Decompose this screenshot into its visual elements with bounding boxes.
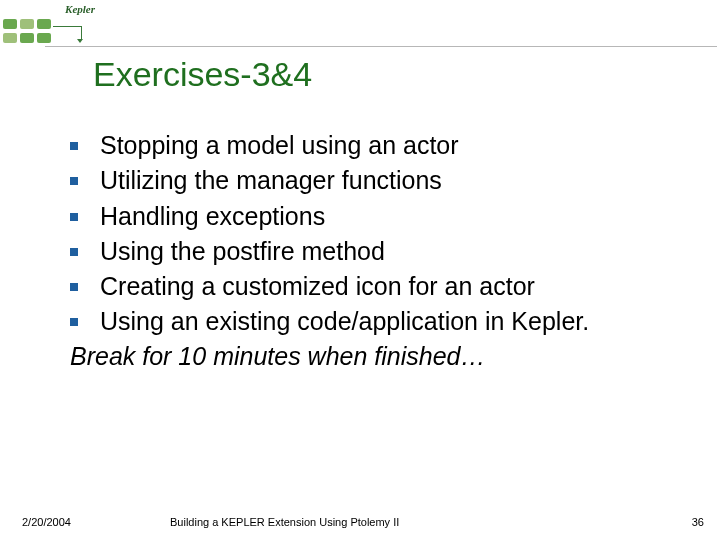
logo-block-icon (20, 19, 34, 29)
list-item: Utilizing the manager functions (70, 165, 690, 196)
list-item: Using the postfire method (70, 236, 690, 267)
break-note: Break for 10 minutes when finished… (70, 342, 690, 371)
bullet-text: Utilizing the manager functions (100, 165, 442, 196)
bullet-square-icon (70, 213, 78, 221)
bullet-text: Using the postfire method (100, 236, 385, 267)
list-item: Stopping a model using an actor (70, 130, 690, 161)
bullet-text: Handling exceptions (100, 201, 325, 232)
bullet-square-icon (70, 318, 78, 326)
logo-block-icon (3, 19, 17, 29)
list-item: Creating a customized icon for an actor (70, 271, 690, 302)
logo-brand-text: Kepler (65, 3, 95, 15)
bullet-text: Using an existing code/application in Ke… (100, 306, 589, 337)
footer-page-number: 36 (692, 516, 704, 528)
title-divider (45, 46, 717, 47)
footer-title: Building a KEPLER Extension Using Ptolem… (170, 516, 399, 528)
list-item: Handling exceptions (70, 201, 690, 232)
slide: Kepler Exercises-3&4 Stopping a model us… (0, 0, 720, 540)
bullet-square-icon (70, 142, 78, 150)
list-item: Using an existing code/application in Ke… (70, 306, 690, 337)
logo-connector-icon (53, 26, 82, 39)
slide-title: Exercises-3&4 (93, 55, 312, 94)
bullet-square-icon (70, 283, 78, 291)
bullet-square-icon (70, 248, 78, 256)
slide-footer: 2/20/2004 Building a KEPLER Extension Us… (0, 508, 720, 528)
bullet-square-icon (70, 177, 78, 185)
footer-date: 2/20/2004 (22, 516, 71, 528)
slide-body: Stopping a model using an actor Utilizin… (70, 130, 690, 371)
logo-block-icon (37, 33, 51, 43)
logo-block-icon (37, 19, 51, 29)
logo-block-icon (3, 33, 17, 43)
bullet-text: Creating a customized icon for an actor (100, 271, 535, 302)
logo-block-icon (20, 33, 34, 43)
bullet-text: Stopping a model using an actor (100, 130, 459, 161)
kepler-logo: Kepler (3, 3, 98, 45)
